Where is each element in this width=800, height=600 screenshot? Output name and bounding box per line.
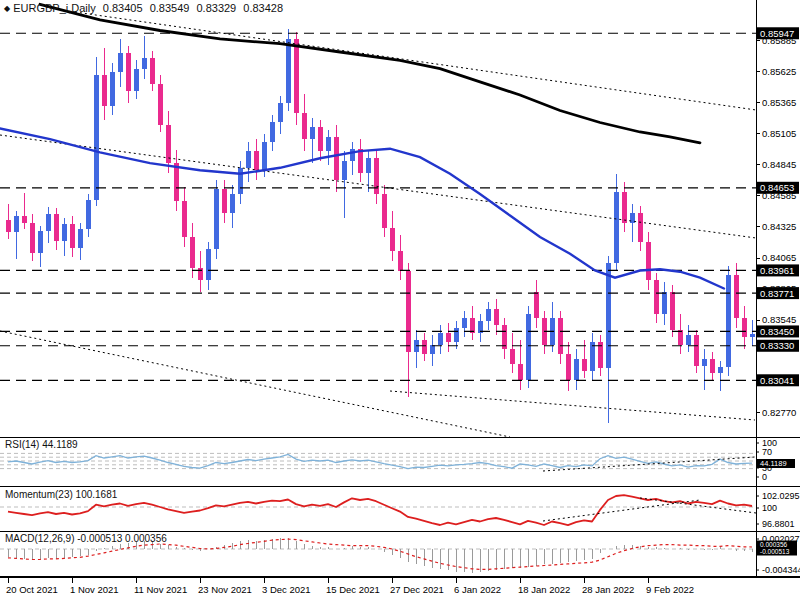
candle-bull [526, 314, 531, 381]
rsi-axis-label: 70 [762, 447, 772, 457]
candle-bear [222, 189, 227, 213]
candle-bear [470, 318, 475, 332]
candle-bull [326, 137, 331, 151]
candle-bull [606, 263, 611, 368]
candle-bull [246, 151, 251, 168]
candle-bear [334, 137, 339, 180]
price-badge-label: 0.84653 [760, 182, 794, 193]
candle-bear [318, 127, 323, 151]
candle-bull [214, 189, 219, 249]
candle-bear [510, 349, 515, 363]
candle-bull [38, 231, 43, 252]
candle-bear [158, 84, 163, 125]
candle-bear [174, 163, 179, 201]
candle-bull [238, 168, 243, 194]
trading-chart-window: 0.858850.856250.853650.851050.848450.845… [0, 0, 800, 600]
candle-bull [270, 122, 275, 141]
candle-bear [518, 364, 523, 381]
candle-bull [86, 200, 91, 229]
candle-bear [646, 242, 651, 280]
price-badge-label: 0.83771 [760, 288, 794, 299]
candle-bull [486, 309, 491, 321]
candle-bull [342, 161, 347, 180]
candle-bull [574, 359, 579, 380]
price-badge-label: 0.83961 [760, 265, 794, 276]
candle-bull [262, 142, 267, 171]
price-axis-label: 0.84845 [762, 159, 796, 170]
chart-background [0, 0, 800, 600]
candle-bear [638, 213, 643, 242]
price-badge-label: 0.83450 [760, 326, 794, 337]
candle-bull [366, 158, 371, 172]
candle-bear [734, 275, 739, 318]
time-axis-label: 18 Jan 2022 [518, 584, 570, 595]
momentum-axis-label: 96.8801 [762, 519, 795, 529]
candle-bear [694, 335, 699, 366]
candle-bear [422, 340, 427, 354]
candle-bear [390, 228, 395, 252]
candle-bull [78, 229, 83, 248]
time-axis-label: 9 Feb 2022 [646, 584, 694, 595]
candle-bear [126, 53, 131, 91]
candle-bull [134, 69, 139, 92]
candle-bear [190, 237, 195, 268]
price-axis-label: 0.83545 [762, 314, 796, 325]
candle-bull [750, 334, 755, 337]
time-axis-label: 23 Nov 2021 [198, 584, 252, 595]
candle-bear [406, 271, 411, 352]
time-axis-label: 3 Dec 2021 [262, 584, 311, 595]
chart-canvas[interactable]: 0.858850.856250.853650.851050.848450.845… [0, 0, 800, 600]
candle-bear [670, 292, 675, 330]
candle-bull [46, 214, 51, 231]
candle-bull [14, 216, 19, 233]
time-axis-label: 11 Nov 2021 [134, 584, 187, 595]
candle-bear [678, 330, 683, 344]
candle-bull [726, 275, 731, 367]
candle-bear [446, 333, 451, 343]
time-axis-label: 1 Nov 2021 [70, 584, 119, 595]
time-axis-label: 6 Jan 2022 [454, 584, 501, 595]
candle-bear [54, 214, 59, 240]
candle-bull [718, 367, 723, 373]
candle-bear [534, 292, 539, 318]
candle-bear [382, 194, 387, 227]
candle-bear [494, 309, 499, 326]
candle-bull [230, 194, 235, 213]
candle-bear [566, 354, 571, 380]
candle-bear [582, 359, 587, 371]
candle-bear [654, 280, 659, 313]
candle-bear [22, 216, 27, 223]
time-axis-label: 28 Jan 2022 [582, 584, 634, 595]
candle-bull [462, 318, 467, 328]
candle-bear [742, 318, 747, 337]
price-axis-label: 0.85365 [762, 97, 796, 108]
candle-bull [110, 72, 115, 105]
rsi-axis-label: 0 [762, 472, 767, 482]
candle-bull [590, 342, 595, 371]
price-badge-label: 0.83041 [760, 375, 794, 386]
price-axis-label: 0.85625 [762, 66, 796, 77]
price-badge-label: 0.85947 [760, 28, 794, 39]
candle-bear [398, 251, 403, 270]
candle-bear [294, 39, 299, 113]
candle-bull [94, 75, 99, 200]
time-axis-label: 15 Dec 2021 [326, 584, 380, 595]
candle-bear [710, 359, 715, 373]
candle-bear [6, 220, 11, 232]
macd-axis-label: -0.004344 [762, 565, 800, 575]
candle-bull [614, 192, 619, 264]
candle-bear [622, 192, 627, 223]
momentum-axis-label: 102.0295 [762, 491, 800, 501]
momentum-axis-label: 100 [762, 503, 777, 513]
candle-bear [302, 113, 307, 139]
candle-bull [438, 333, 443, 345]
price-axis-label: 0.85105 [762, 128, 796, 139]
candle-bull [286, 39, 291, 103]
macd-badge-label: 0.000356 [760, 541, 787, 548]
price-axis-label: 0.84065 [762, 252, 796, 263]
candle-bull [686, 335, 691, 345]
macd-badge-label: -0.000513 [760, 548, 790, 555]
candle-bull [118, 53, 123, 72]
candle-bear [102, 75, 107, 106]
candle-bear [254, 151, 259, 170]
